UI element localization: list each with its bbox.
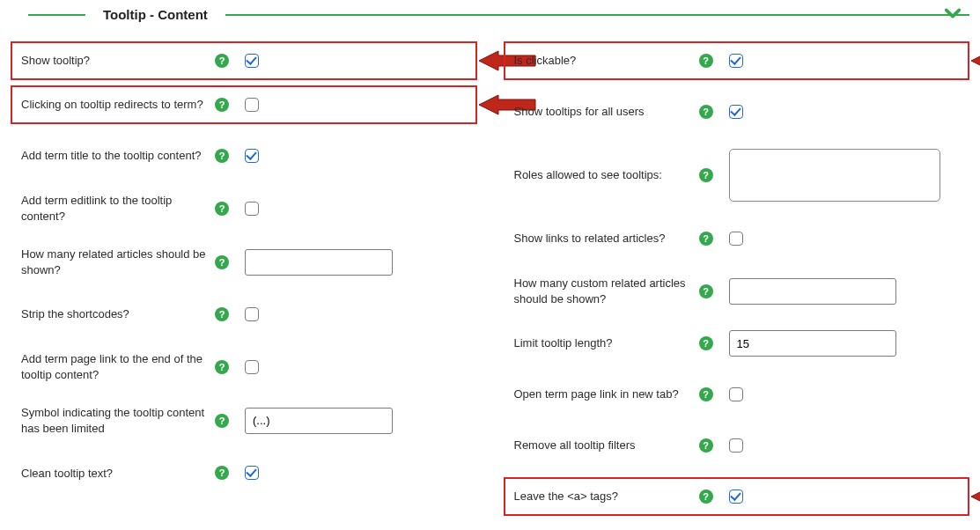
section-title: Tooltip - Content [96, 7, 215, 22]
label-remove-filters: Remove all tooltip filters [514, 438, 699, 453]
label-roles-allowed: Roles allowed to see tooltips: [514, 167, 699, 183]
checkbox-is-clickable[interactable] [729, 54, 743, 68]
row-add-editlink: Add term editlink to the tooltip content… [11, 188, 477, 229]
help-icon[interactable]: ? [215, 149, 229, 163]
label-clean-text: Clean tooltip text? [21, 466, 215, 482]
checkbox-open-new-tab[interactable] [729, 387, 743, 401]
row-remove-filters: Remove all tooltip filters ? [504, 426, 970, 465]
svg-marker-3 [971, 487, 980, 506]
checkbox-links-related[interactable] [729, 232, 743, 246]
label-add-editlink: Add term editlink to the tooltip content… [21, 193, 215, 224]
settings-column-left: Show tooltip? ? Clicking on tooltip redi… [11, 41, 477, 528]
checkbox-strip-shortcodes[interactable] [245, 307, 259, 321]
row-all-users: Show tooltips for all users ? [504, 92, 970, 131]
row-limit-symbol: Symbol indicating the tooltip content ha… [11, 400, 477, 441]
divider-left [28, 14, 85, 16]
checkbox-all-users[interactable] [729, 105, 743, 119]
label-add-term-title: Add term title to the tooltip content? [21, 148, 215, 164]
help-icon[interactable]: ? [699, 54, 713, 68]
help-icon[interactable]: ? [699, 490, 713, 504]
row-links-related: Show links to related articles? ? [504, 219, 970, 258]
checkbox-add-term-title[interactable] [245, 149, 259, 163]
checkbox-add-editlink[interactable] [245, 202, 259, 216]
label-is-clickable: Is clickable? [514, 53, 699, 69]
row-related-articles-count: How many related articles should be show… [11, 241, 477, 283]
input-limit-symbol[interactable] [245, 408, 393, 434]
row-open-new-tab: Open term page link in new tab? ? [504, 375, 970, 414]
help-icon[interactable]: ? [699, 168, 713, 182]
help-icon[interactable]: ? [215, 466, 229, 480]
arrow-annotation [971, 48, 980, 74]
row-add-page-link: Add term page link to the end of the too… [11, 346, 477, 387]
label-limit-symbol: Symbol indicating the tooltip content ha… [21, 405, 215, 436]
checkbox-remove-filters[interactable] [729, 438, 743, 453]
help-icon[interactable]: ? [215, 98, 229, 112]
textarea-roles-allowed[interactable] [729, 149, 940, 202]
label-related-articles-count: How many related articles should be show… [21, 247, 215, 277]
row-strip-shortcodes: Strip the shortcodes? ? [11, 295, 477, 334]
arrow-annotation [971, 483, 980, 510]
help-icon[interactable]: ? [699, 284, 713, 298]
settings-columns: Show tooltip? ? Clicking on tooltip redi… [11, 41, 969, 528]
help-icon[interactable]: ? [215, 202, 229, 216]
checkbox-clean-text[interactable] [245, 466, 259, 480]
help-icon[interactable]: ? [215, 54, 229, 68]
row-limit-length: Limit tooltip length? ? [504, 324, 970, 363]
section-header: Tooltip - Content [11, 7, 969, 22]
settings-column-right: Is clickable? ? Show tooltips for all us… [504, 41, 970, 528]
svg-marker-2 [971, 51, 980, 70]
checkbox-show-tooltip[interactable] [245, 54, 259, 68]
label-click-redirects: Clicking on tooltip redirects to term? [21, 97, 215, 113]
help-icon[interactable]: ? [215, 307, 229, 321]
label-strip-shortcodes: Strip the shortcodes? [21, 306, 215, 322]
label-show-tooltip: Show tooltip? [21, 53, 215, 69]
row-add-term-title: Add term title to the tooltip content? ? [11, 136, 477, 175]
chevron-down-icon [943, 4, 962, 23]
label-add-page-link: Add term page link to the end of the too… [21, 351, 215, 382]
row-show-tooltip: Show tooltip? ? [11, 41, 477, 80]
help-icon[interactable]: ? [215, 255, 229, 269]
label-open-new-tab: Open term page link in new tab? [514, 386, 699, 402]
row-is-clickable: Is clickable? ? [504, 41, 970, 80]
row-roles-allowed: Roles allowed to see tooltips: ? [504, 144, 970, 207]
checkbox-click-redirects[interactable] [245, 98, 259, 112]
row-click-redirects: Clicking on tooltip redirects to term? ? [11, 85, 477, 124]
checkbox-add-page-link[interactable] [245, 360, 259, 374]
help-icon[interactable]: ? [699, 232, 713, 246]
input-related-articles-count[interactable] [245, 249, 393, 276]
row-custom-related-count: How many custom related articles should … [504, 270, 970, 312]
checkbox-leave-a-tags[interactable] [729, 490, 743, 504]
row-leave-a-tags: Leave the <a> tags? ? [504, 477, 970, 516]
help-icon[interactable]: ? [215, 360, 229, 374]
row-clean-text: Clean tooltip text? ? [11, 453, 477, 492]
label-custom-related-count: How many custom related articles should … [514, 276, 699, 306]
label-links-related: Show links to related articles? [514, 231, 699, 247]
help-icon[interactable]: ? [699, 336, 713, 350]
label-limit-length: Limit tooltip length? [514, 335, 699, 351]
help-icon[interactable]: ? [699, 105, 713, 119]
help-icon[interactable]: ? [215, 414, 229, 428]
label-all-users: Show tooltips for all users [514, 104, 699, 120]
help-icon[interactable]: ? [699, 387, 713, 401]
divider-right [225, 14, 969, 16]
label-leave-a-tags: Leave the <a> tags? [514, 489, 699, 504]
collapse-toggle[interactable] [941, 2, 964, 25]
input-limit-length[interactable] [729, 330, 896, 357]
help-icon[interactable]: ? [699, 438, 713, 453]
input-custom-related-count[interactable] [729, 278, 896, 305]
